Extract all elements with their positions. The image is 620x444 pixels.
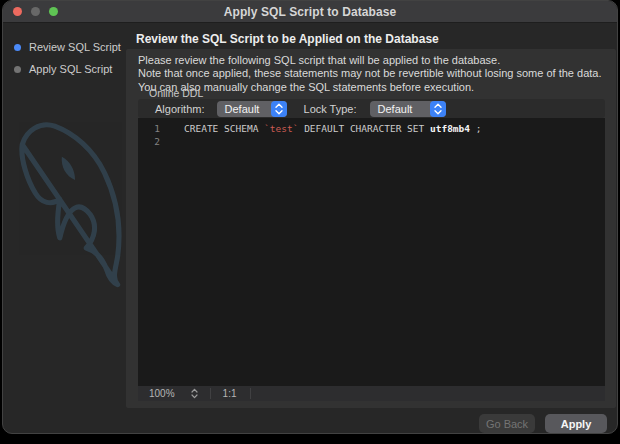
lock-type-dropdown-value: Default (370, 103, 430, 115)
review-panel: Please review the following SQL script t… (126, 49, 616, 408)
online-ddl-group-label: Online DDL (149, 87, 203, 99)
zoom-stepper[interactable] (191, 388, 198, 399)
sql-keyword: DEFAULT CHARACTER SET (298, 123, 430, 134)
chevron-up-down-icon (430, 101, 446, 117)
dialog-window: Apply SQL Script to Database Review SQL … (2, 0, 618, 434)
chevron-up-down-icon (271, 101, 287, 117)
page-title: Review the SQL Script to be Applied on t… (136, 32, 439, 46)
instruction-line: You can also manually change the SQL sta… (138, 81, 602, 94)
step-active-dot-icon (14, 44, 21, 51)
line-number: 2 (138, 135, 160, 148)
line-number: 1 (138, 122, 160, 135)
step-review-sql-script: Review SQL Script (14, 41, 121, 53)
window-title: Apply SQL Script to Database (3, 1, 617, 22)
step-pending-dot-icon (14, 66, 21, 73)
instruction-line: Note that once applied, these statements… (138, 67, 602, 80)
algorithm-dropdown-value: Default (217, 103, 271, 115)
sql-code-line: CREATE SCHEMA `test` DEFAULT CHARACTER S… (172, 122, 481, 386)
step-label: Review SQL Script (29, 41, 121, 53)
wizard-steps: Review SQL Script Apply SQL Script (14, 41, 121, 85)
sql-charset-value: utf8mb4 (430, 123, 470, 134)
step-label: Apply SQL Script (29, 63, 112, 75)
minimize-button (31, 7, 40, 16)
line-number-gutter: 1 2 (138, 122, 172, 386)
editor-status-bar: 100% 1:1 (138, 386, 605, 401)
zoom-level-value: 100% (149, 388, 175, 399)
apply-button[interactable]: Apply (545, 414, 607, 433)
close-button[interactable] (13, 7, 22, 16)
sql-editor[interactable]: 1 2 CREATE SCHEMA `test` DEFAULT CHARACT… (138, 118, 605, 386)
algorithm-label: Algorithm: (155, 103, 205, 115)
traffic-lights (13, 1, 58, 22)
lock-type-label: Lock Type: (304, 103, 357, 115)
zoom-button[interactable] (49, 7, 58, 16)
online-ddl-toolbar: Algorithm: Default Lock Type: Default (138, 99, 605, 118)
instruction-line: Please review the following SQL script t… (138, 54, 602, 67)
step-apply-sql-script: Apply SQL Script (14, 63, 121, 75)
status-separator (210, 388, 211, 399)
instruction-text: Please review the following SQL script t… (138, 54, 602, 94)
sql-keyword: CREATE SCHEMA (184, 123, 264, 134)
go-back-button[interactable]: Go Back (479, 414, 535, 433)
lock-type-dropdown[interactable]: Default (370, 101, 446, 117)
sql-identifier: `test` (264, 123, 298, 134)
algorithm-dropdown[interactable]: Default (217, 101, 287, 117)
sql-terminator: ; (470, 123, 481, 134)
title-bar[interactable]: Apply SQL Script to Database (3, 1, 617, 23)
cursor-position-value: 1:1 (223, 388, 237, 399)
status-separator (250, 388, 251, 399)
mysql-dolphin-logo-icon (7, 117, 139, 307)
